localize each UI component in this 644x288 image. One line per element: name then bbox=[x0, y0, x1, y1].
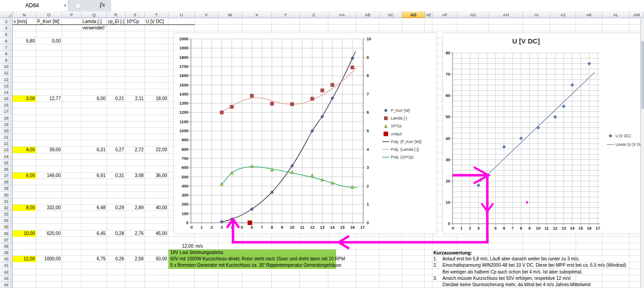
row-header-5[interactable]: 5 bbox=[0, 31, 13, 38]
row-header-13[interactable]: 13 bbox=[0, 83, 13, 89]
row-header-35[interactable]: 35 bbox=[0, 224, 13, 230]
column-header-O[interactable]: O bbox=[36, 12, 62, 18]
cell-S36[interactable]: 2,76 bbox=[125, 230, 145, 237]
column-header-W[interactable]: W bbox=[218, 12, 242, 18]
row-header-8[interactable]: 8 bbox=[0, 51, 13, 57]
cell-V38[interactable]: m/s bbox=[195, 243, 218, 250]
column-header-AK[interactable]: AK bbox=[576, 12, 602, 18]
column-header-AL[interactable]: AL bbox=[602, 12, 630, 18]
cell-R32[interactable]: 0,29 bbox=[107, 205, 125, 211]
column-header-U[interactable]: U bbox=[168, 12, 195, 18]
row-header-32[interactable]: 32 bbox=[0, 205, 13, 211]
column-header-R[interactable]: R bbox=[107, 12, 125, 18]
cell-S15[interactable]: 2,11 bbox=[125, 96, 145, 102]
cell-T40[interactable]: 50,00 bbox=[145, 256, 168, 262]
cell-Q32[interactable]: 6,48 bbox=[82, 205, 107, 211]
column-header-AA[interactable]: AA bbox=[328, 12, 356, 18]
cell-N27[interactable]: 6,00 bbox=[13, 173, 36, 179]
row-header-31[interactable]: 31 bbox=[0, 198, 13, 205]
cell-Q4[interactable]: verwendet! bbox=[82, 25, 107, 31]
cell-S32[interactable]: 2,89 bbox=[125, 205, 145, 211]
row-header-19[interactable]: 19 bbox=[0, 121, 13, 128]
row-header-43[interactable]: 43 bbox=[0, 275, 13, 282]
cell-O3[interactable]: P_Korr [W] bbox=[36, 19, 62, 25]
name-box[interactable]: AD64 ▾ bbox=[0, 0, 68, 11]
cell-U38[interactable]: 12,00 bbox=[168, 243, 195, 250]
column-header-AI[interactable]: AI bbox=[523, 12, 550, 18]
column-header-AE[interactable]: AE bbox=[425, 12, 433, 18]
row-header-30[interactable]: 30 bbox=[0, 192, 13, 198]
cell-T23[interactable]: 22,00 bbox=[145, 147, 168, 153]
row-header-22[interactable]: 22 bbox=[0, 140, 13, 147]
cell-Q3[interactable]: Lamda [-] bbox=[82, 19, 107, 25]
row-header-20[interactable]: 20 bbox=[0, 128, 13, 134]
column-header-Z[interactable]: Z bbox=[300, 12, 328, 18]
cell-S23[interactable]: 2,72 bbox=[125, 147, 145, 153]
row-header-10[interactable]: 10 bbox=[0, 63, 13, 70]
row-header-41[interactable]: 41 bbox=[0, 262, 13, 269]
row-header-36[interactable]: 36 bbox=[0, 230, 13, 237]
column-header-Q[interactable]: Q bbox=[82, 12, 107, 18]
cell-N32[interactable]: 8,00 bbox=[13, 205, 36, 211]
row-header-14[interactable]: 14 bbox=[0, 89, 13, 96]
cell-T27[interactable]: 36,00 bbox=[145, 173, 168, 179]
row-header-17[interactable]: 17 bbox=[0, 108, 13, 115]
column-header-AF[interactable]: AF bbox=[433, 12, 457, 18]
cell-O27[interactable]: 149,00 bbox=[36, 173, 62, 179]
cell-S27[interactable]: 3,08 bbox=[125, 173, 145, 179]
row-header-16[interactable]: 16 bbox=[0, 102, 13, 108]
cell-N6[interactable]: 5,80 bbox=[13, 38, 36, 44]
column-header-T[interactable]: T bbox=[145, 12, 168, 18]
row-header-38[interactable]: 38 bbox=[0, 243, 13, 250]
cell-Q15[interactable]: 6,00 bbox=[82, 96, 107, 102]
row-header-4[interactable]: 4 bbox=[0, 25, 13, 31]
column-header-AB[interactable]: AB bbox=[356, 12, 380, 18]
column-header-Y[interactable]: Y bbox=[272, 12, 300, 18]
row-header-27[interactable]: 27 bbox=[0, 173, 13, 179]
row-header-40[interactable]: 40 bbox=[0, 256, 13, 262]
column-header-N[interactable]: N bbox=[13, 12, 36, 18]
row-header-6[interactable]: 6 bbox=[0, 38, 13, 44]
row-header-33[interactable]: 33 bbox=[0, 211, 13, 217]
row-header-39[interactable]: 39 bbox=[0, 250, 13, 256]
cell-O36[interactable]: 620,00 bbox=[36, 230, 62, 237]
cell-T36[interactable]: 45,00 bbox=[145, 230, 168, 237]
row-header-24[interactable]: 24 bbox=[0, 154, 13, 160]
row-header-37[interactable]: 37 bbox=[0, 237, 13, 243]
cell-T3[interactable]: U [V DC] bbox=[145, 19, 168, 25]
column-header-AJ[interactable]: AJ bbox=[550, 12, 576, 18]
cell-O6[interactable]: 0,00 bbox=[36, 38, 62, 44]
select-all-corner[interactable] bbox=[0, 12, 13, 18]
cell-Q36[interactable]: 6,45 bbox=[82, 230, 107, 237]
cell-R3[interactable]: cp_El [-] bbox=[107, 19, 125, 25]
row-header-29[interactable]: 29 bbox=[0, 185, 13, 192]
column-header-AD[interactable]: AD bbox=[402, 12, 425, 18]
row-header-7[interactable]: 7 bbox=[0, 44, 13, 51]
row-header-26[interactable]: 26 bbox=[0, 166, 13, 173]
name-box-dropdown-icon[interactable]: ▾ bbox=[64, 3, 66, 8]
cell-R27[interactable]: 0,31 bbox=[107, 173, 125, 179]
column-header-V[interactable]: V bbox=[195, 12, 218, 18]
scrollbar-thumb[interactable] bbox=[641, 41, 644, 109]
row-header-25[interactable]: 25 bbox=[0, 160, 13, 166]
formula-bar[interactable] bbox=[111, 0, 644, 11]
row-header-44[interactable]: 44 bbox=[0, 282, 13, 288]
cell-R40[interactable]: 0,26 bbox=[107, 256, 125, 262]
vertical-scrollbar[interactable] bbox=[640, 19, 644, 288]
row-header-12[interactable]: 12 bbox=[0, 77, 13, 83]
cell-N23[interactable]: 4,00 bbox=[13, 147, 36, 153]
cell-R15[interactable]: 0,21 bbox=[107, 96, 125, 102]
column-header-AG[interactable]: AG bbox=[457, 12, 489, 18]
column-header-AC[interactable]: AC bbox=[380, 12, 402, 18]
cell-S40[interactable]: 2,58 bbox=[125, 256, 145, 262]
cell-S3[interactable]: 10*Cp bbox=[125, 19, 145, 25]
cell-O40[interactable]: 1000,00 bbox=[36, 256, 62, 262]
cell-N3[interactable]: v [m/s] bbox=[13, 19, 36, 25]
cell-N15[interactable]: 3,00 bbox=[13, 96, 36, 102]
cell-O23[interactable]: 39,00 bbox=[36, 147, 62, 153]
row-header-34[interactable]: 34 bbox=[0, 217, 13, 224]
column-header-AH[interactable]: AH bbox=[489, 12, 523, 18]
chart-u-vdc[interactable] bbox=[442, 33, 644, 234]
cell-R36[interactable]: 0,28 bbox=[107, 230, 125, 237]
row-header-15[interactable]: 15 bbox=[0, 96, 13, 102]
